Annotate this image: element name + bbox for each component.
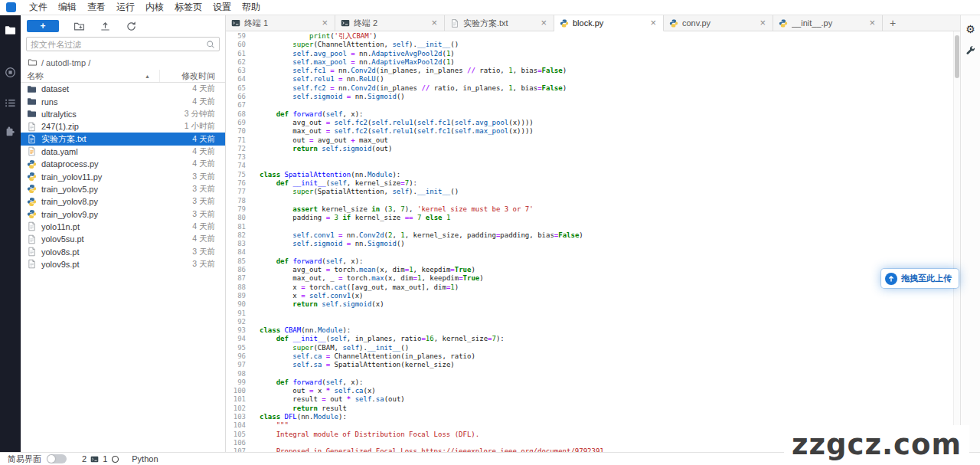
menu-item-编辑[interactable]: 编辑 xyxy=(53,0,82,15)
app-logo-icon[interactable] xyxy=(6,2,16,12)
file-row[interactable]: yolo11n.pt4 天前 xyxy=(21,221,225,233)
code-line[interactable]: avg_out = self.fc2(self.relu1(self.fc1(s… xyxy=(260,119,953,127)
tab-close-icon[interactable]: × xyxy=(867,18,877,28)
file-row[interactable]: train_yolov8.py3 天前 xyxy=(21,195,225,208)
code-content[interactable]: print('引入CBAM') super(ChannelAttention, … xyxy=(250,31,953,452)
activitybar-extensions-button[interactable] xyxy=(0,120,21,142)
code-line[interactable]: super(SpatialAttention, self).__init__() xyxy=(260,188,953,196)
code-line[interactable]: self.sa = SpatialAttention(kernel_size) xyxy=(260,361,953,369)
upload-drop-hint[interactable]: 拖拽至此上传 xyxy=(881,269,959,288)
file-filter-input[interactable] xyxy=(31,40,206,49)
tab-终端 2[interactable]: 终端 2× xyxy=(335,15,445,31)
code-line[interactable]: def __init__(self, kernel_size=7): xyxy=(260,179,953,188)
menu-item-运行[interactable]: 运行 xyxy=(111,0,140,15)
code-line[interactable] xyxy=(260,309,953,318)
file-row[interactable]: dataset4 天前 xyxy=(21,83,225,95)
code-line[interactable] xyxy=(260,197,953,205)
new-tab-button[interactable]: + xyxy=(883,15,903,31)
code-line[interactable]: self.conv1 = nn.Conv2d(2, 1, kernel_size… xyxy=(260,231,953,240)
column-name[interactable]: 名称 ▲ xyxy=(27,70,159,82)
code-line[interactable]: def forward(self, x): xyxy=(260,378,953,387)
editor-scrollbar[interactable] xyxy=(953,31,960,452)
code-line[interactable]: self.max_pool = nn.AdaptiveMaxPool2d(1) xyxy=(260,58,953,67)
tab-close-icon[interactable]: × xyxy=(758,18,767,28)
file-row[interactable]: 247(1).zip1 小时前 xyxy=(21,120,225,133)
code-line[interactable]: def __init__(self, in_planes, ratio=16, … xyxy=(260,335,953,343)
menu-item-设置[interactable]: 设置 xyxy=(207,0,237,15)
kernel-language[interactable]: Python xyxy=(132,454,158,463)
code-line[interactable]: class DFL(nn.Module): xyxy=(260,413,953,421)
breadcrumb[interactable]: / autodl-tmp / xyxy=(21,55,225,70)
menu-item-帮助[interactable]: 帮助 xyxy=(237,0,266,15)
menu-item-查看[interactable]: 查看 xyxy=(82,0,111,15)
tab-__init__.py[interactable]: __init__.py× xyxy=(773,15,883,31)
tab-close-icon[interactable]: × xyxy=(539,18,548,28)
scrollbar-thumb[interactable] xyxy=(955,35,959,78)
code-line[interactable]: max_out = self.fc2(self.relu1(self.fc1(s… xyxy=(260,127,953,136)
code-line[interactable] xyxy=(260,248,953,257)
tab-终端 1[interactable]: 终端 1× xyxy=(226,15,335,31)
code-line[interactable]: out = avg_out + max_out xyxy=(260,136,953,145)
activitybar-commands-button[interactable] xyxy=(0,91,21,114)
settings-gear-icon[interactable]: ⚙ xyxy=(963,21,978,37)
code-line[interactable]: self.relu1 = nn.ReLU() xyxy=(260,75,953,84)
code-line[interactable]: def forward(self, x): xyxy=(260,110,953,119)
code-line[interactable]: return self.sigmoid(x) xyxy=(260,300,953,309)
running-sessions[interactable]: 2 1 xyxy=(82,454,119,463)
code-line[interactable]: padding = 3 if kernel_size == 7 else 1 xyxy=(260,214,953,222)
file-row[interactable]: train_yolov9.py3 天前 xyxy=(21,208,225,220)
refresh-icon[interactable] xyxy=(126,21,137,32)
column-modified[interactable]: 修改时间 xyxy=(159,70,225,82)
code-line[interactable]: result = out * self.sa(out) xyxy=(260,395,953,404)
simple-ui-toggle[interactable] xyxy=(47,454,67,463)
code-line[interactable]: self.avg_pool = nn.AdaptiveAvgPool2d(1) xyxy=(260,50,953,58)
code-line[interactable] xyxy=(260,153,953,162)
code-line[interactable]: x = torch.cat([avg_out, max_out], dim=1) xyxy=(260,283,953,292)
code-line[interactable]: def forward(self, x): xyxy=(260,257,953,266)
file-row[interactable]: train_yolov5.py3 天前 xyxy=(21,183,225,195)
file-row[interactable]: yolov9s.pt3 天前 xyxy=(21,258,225,270)
code-line[interactable]: super(CBAM, self).__init__() xyxy=(260,344,953,352)
code-line[interactable]: return result xyxy=(260,404,953,413)
code-editor[interactable]: 5960616263646566676869707172737475767778… xyxy=(226,31,953,452)
activitybar-running-button[interactable] xyxy=(0,61,21,84)
code-line[interactable] xyxy=(260,162,953,170)
code-line[interactable]: assert kernel_size in (3, 7), 'kernel si… xyxy=(260,205,953,214)
tools-icon[interactable] xyxy=(963,43,978,58)
file-row[interactable]: runs4 天前 xyxy=(21,95,225,107)
code-line[interactable] xyxy=(260,101,953,110)
code-line[interactable]: class CBAM(nn.Module): xyxy=(260,326,953,335)
activitybar-files-button[interactable] xyxy=(0,18,21,41)
tab-实验方案.txt[interactable]: 实验方案.txt× xyxy=(445,15,554,31)
home-folder-icon[interactable] xyxy=(28,57,38,67)
code-line[interactable] xyxy=(260,223,953,231)
file-row[interactable]: data.yaml4 天前 xyxy=(21,146,225,158)
file-row[interactable]: 实验方案.txt4 天前 xyxy=(21,133,225,145)
code-line[interactable]: self.ca = ChannelAttention(in_planes, ra… xyxy=(260,352,953,361)
menu-item-文件[interactable]: 文件 xyxy=(24,0,53,15)
file-row[interactable]: yolov8s.pt3 天前 xyxy=(21,245,225,257)
menu-item-内核[interactable]: 内核 xyxy=(140,0,169,15)
code-line[interactable]: avg_out = torch.mean(x, dim=1, keepdim=T… xyxy=(260,266,953,274)
tab-conv.py[interactable]: conv.py× xyxy=(664,15,773,31)
tab-block.py[interactable]: block.py× xyxy=(554,15,664,31)
code-line[interactable]: self.sigmoid = nn.Sigmoid() xyxy=(260,240,953,248)
tab-close-icon[interactable]: × xyxy=(648,18,658,28)
tab-close-icon[interactable]: × xyxy=(320,18,329,28)
code-line[interactable]: x = self.conv1(x) xyxy=(260,292,953,300)
code-line[interactable]: max_out, _ = torch.max(x, dim=1, keepdim… xyxy=(260,274,953,283)
tab-close-icon[interactable]: × xyxy=(430,18,439,28)
code-line[interactable] xyxy=(260,318,953,326)
code-line[interactable]: self.fc2 = nn.Conv2d(in_planes // ratio,… xyxy=(260,84,953,93)
code-line[interactable]: class SpatialAttention(nn.Module): xyxy=(260,171,953,179)
code-line[interactable]: out = x * self.ca(x) xyxy=(260,387,953,395)
file-row[interactable]: dataprocess.py4 天前 xyxy=(21,158,225,170)
code-line[interactable]: super(ChannelAttention, self).__init__() xyxy=(260,41,953,49)
new-folder-icon[interactable] xyxy=(74,21,85,32)
code-line[interactable]: return self.sigmoid(out) xyxy=(260,145,953,153)
code-line[interactable] xyxy=(260,370,953,378)
file-row[interactable]: yolov5su.pt4 天前 xyxy=(21,233,225,245)
code-line[interactable]: self.fc1 = nn.Conv2d(in_planes, in_plane… xyxy=(260,67,953,75)
file-row[interactable]: ultralytics3 分钟前 xyxy=(21,108,225,120)
menu-item-标签页[interactable]: 标签页 xyxy=(169,0,207,15)
